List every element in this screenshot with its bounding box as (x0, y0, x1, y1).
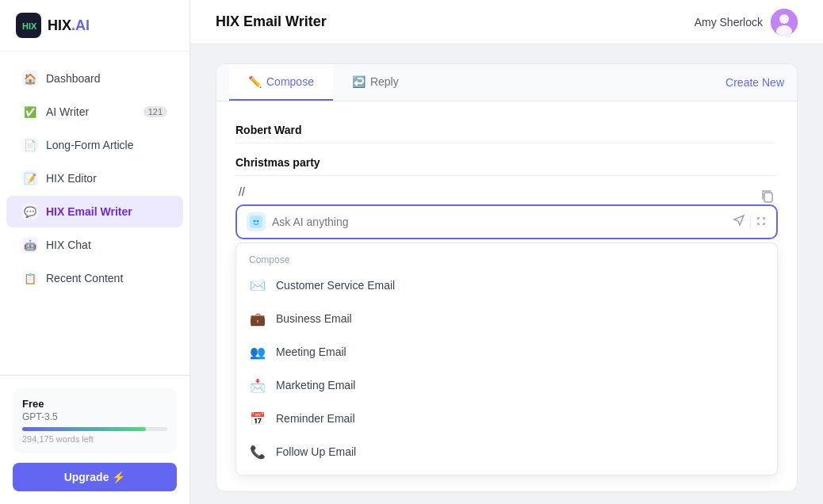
upgrade-button[interactable]: Upgrade ⚡ (13, 463, 177, 491)
sidebar-item-label: Recent Content (46, 272, 123, 284)
progress-bar (22, 427, 167, 431)
ai-input-actions (733, 214, 767, 230)
sidebar-item-hix-chat[interactable]: 🤖 HIX Chat (6, 229, 183, 261)
follow-up-icon: 📞 (249, 443, 266, 460)
sidebar-item-label: Dashboard (46, 72, 101, 85)
sidebar-item-recent-content[interactable]: 📋 Recent Content (6, 262, 183, 294)
sidebar-item-label: HIX Chat (46, 239, 91, 251)
sidebar-nav: 🏠 Dashboard ✅ AI Writer 121 📄 Long-Form … (0, 52, 189, 375)
dashboard-icon: 🏠 (22, 71, 38, 86)
dropdown-item-label: Meeting Email (276, 346, 346, 358)
logo-icon: HIX (16, 13, 41, 38)
ai-input-field[interactable] (272, 216, 726, 228)
slash-text: // (235, 185, 778, 198)
user-info: Amy Sherlock (695, 9, 798, 36)
dropdown-item-meeting[interactable]: 👥 Meeting Email (236, 335, 777, 368)
sidebar-item-label: HIX Editor (46, 172, 97, 185)
compose-area: // (235, 185, 778, 475)
sidebar-item-hix-editor[interactable]: 📝 HIX Editor (6, 162, 183, 194)
sidebar-bottom: Free GPT-3.5 294,175 words left Upgrade … (0, 375, 189, 504)
sidebar-item-email-writer[interactable]: 💬 HIX Email Writer (6, 196, 183, 227)
svg-point-7 (254, 220, 256, 223)
sidebar-item-long-form[interactable]: 📄 Long-Form Article (6, 129, 183, 161)
dropdown-item-label: Follow Up Email (276, 445, 356, 458)
plan-tier: Free (22, 398, 167, 410)
reply-tab-icon: ↩️ (352, 75, 366, 88)
marketing-icon: 📩 (249, 376, 266, 394)
expand-button[interactable] (756, 216, 767, 229)
email-panel: ✏️ Compose ↩️ Reply Create New Robert Wa… (216, 63, 798, 492)
email-to-value: Robert Ward (235, 124, 301, 136)
content-area: ✏️ Compose ↩️ Reply Create New Robert Wa… (190, 44, 823, 504)
svg-rect-6 (250, 216, 262, 228)
hix-chat-icon: 🤖 (22, 237, 38, 253)
dropdown-item-label: Customer Service Email (276, 279, 395, 292)
logo-text: HIX.AI (48, 17, 90, 34)
main-area: HIX Email Writer Amy Sherlock ✏️ Compose (190, 0, 823, 504)
email-body: Robert Ward Christmas party // (216, 101, 797, 491)
tabs-row: ✏️ Compose ↩️ Reply Create New (216, 64, 797, 101)
dropdown-item-label: Marketing Email (276, 379, 355, 391)
avatar (771, 9, 798, 36)
long-form-icon: 📄 (22, 137, 38, 153)
tab-compose[interactable]: ✏️ Compose (229, 64, 333, 101)
tab-reply-label: Reply (370, 75, 399, 88)
tab-reply[interactable]: ↩️ Reply (333, 64, 418, 101)
email-to-row: Robert Ward (235, 117, 778, 143)
words-left: 294,175 words left (22, 434, 167, 444)
sidebar-item-label: AI Writer (46, 105, 89, 118)
svg-rect-5 (764, 193, 772, 202)
sidebar-item-dashboard[interactable]: 🏠 Dashboard (6, 63, 183, 94)
send-button[interactable] (733, 214, 745, 230)
progress-fill (22, 427, 146, 431)
plan-model: GPT-3.5 (22, 411, 167, 422)
customer-service-icon: ✉️ (249, 277, 266, 294)
reminder-icon: 📅 (249, 410, 266, 427)
business-icon: 💼 (249, 310, 266, 327)
create-new-button[interactable]: Create New (725, 70, 784, 95)
svg-point-8 (257, 220, 259, 223)
dropdown-item-label: Business Email (276, 312, 352, 325)
user-name: Amy Sherlock (695, 16, 763, 29)
svg-point-3 (779, 14, 789, 24)
dropdown-item-business[interactable]: 💼 Business Email (236, 302, 777, 335)
dropdown-panel: Compose ✉️ Customer Service Email 💼 Busi… (235, 242, 778, 475)
compose-tab-icon: ✏️ (248, 75, 262, 88)
topbar: HIX Email Writer Amy Sherlock (190, 0, 823, 44)
logo: HIX HIX.AI (0, 0, 189, 52)
plan-box: Free GPT-3.5 294,175 words left (13, 388, 177, 453)
dropdown-scroll[interactable]: Compose ✉️ Customer Service Email 💼 Busi… (236, 250, 777, 468)
recent-content-icon: 📋 (22, 270, 38, 286)
ai-input-wrapper (235, 204, 778, 239)
email-subject-value: Christmas party (235, 156, 320, 169)
sidebar-item-label: Long-Form Article (46, 139, 133, 151)
dropdown-item-follow-up[interactable]: 📞 Follow Up Email (236, 435, 777, 468)
page-title: HIX Email Writer (216, 13, 327, 30)
sidebar-item-label: HIX Email Writer (46, 205, 132, 218)
email-subject-row: Christmas party (235, 150, 778, 176)
copy-button[interactable] (757, 185, 778, 209)
hix-editor-icon: 📝 (22, 170, 38, 186)
meeting-icon: 👥 (249, 343, 266, 361)
sidebar-item-ai-writer[interactable]: ✅ AI Writer 121 (6, 96, 183, 128)
dropdown-item-label: Reminder Email (276, 412, 355, 425)
dropdown-section-title: Compose (236, 250, 777, 269)
input-divider (750, 215, 751, 229)
tab-compose-label: Compose (266, 75, 314, 88)
dropdown-item-customer-service[interactable]: ✉️ Customer Service Email (236, 269, 777, 302)
svg-text:HIX: HIX (22, 21, 36, 31)
sidebar: HIX HIX.AI 🏠 Dashboard ✅ AI Writer 121 📄… (0, 0, 190, 504)
ai-bot-icon (247, 212, 266, 231)
ai-writer-badge: 121 (144, 106, 167, 117)
ai-writer-icon: ✅ (22, 104, 38, 120)
dropdown-item-marketing[interactable]: 📩 Marketing Email (236, 368, 777, 402)
email-writer-icon: 💬 (22, 204, 38, 220)
dropdown-item-reminder[interactable]: 📅 Reminder Email (236, 402, 777, 435)
